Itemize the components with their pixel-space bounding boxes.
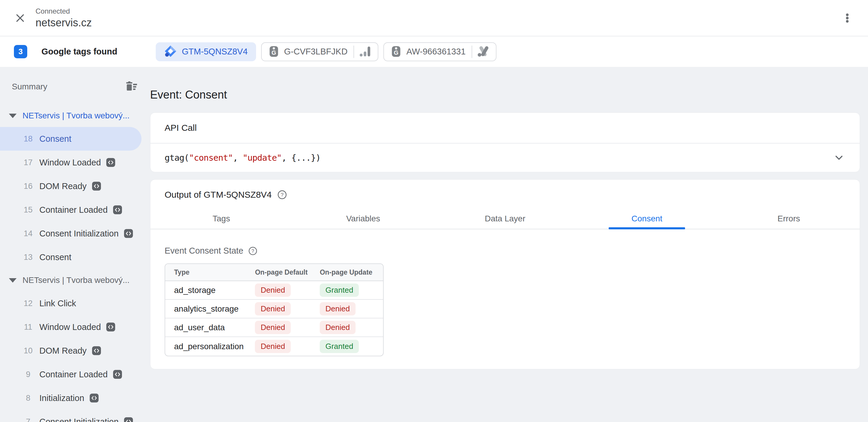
status-badge: Denied <box>255 284 290 297</box>
output-title: Output of GTM-5QNSZ8V4 <box>164 190 272 200</box>
tag-chip-gtm[interactable]: GTM-5QNSZ8V4 <box>156 42 256 61</box>
column-header: On-page Default <box>255 268 320 277</box>
event-label: Link Click <box>39 299 76 309</box>
svg-text:?: ? <box>281 192 283 198</box>
tag-manager-icon <box>164 45 177 59</box>
status-badge: Denied <box>255 340 290 353</box>
code-event-icon <box>113 370 122 379</box>
sidebar-item-event[interactable]: 15 Container Loaded <box>0 198 150 222</box>
table-row: ad_user_data Denied Denied <box>165 318 383 337</box>
api-call-code: gtag("consent", "update", {...}) <box>164 153 321 163</box>
tag-chip-id: GTM-5QNSZ8V4 <box>182 47 247 57</box>
consent-state-table: Type On-page Default On-page Update ad_s… <box>164 263 384 356</box>
status-badge: Denied <box>255 321 290 334</box>
column-header: On-page Update <box>320 268 383 277</box>
tab-active-indicator <box>609 227 685 229</box>
status-badge: Granted <box>320 284 359 297</box>
tag-chip-id: G-CVF3LBFJKD <box>284 47 347 57</box>
sidebar-item-event[interactable]: 13 Consent <box>0 245 150 269</box>
google-tags-bar: 3 Google tags found GTM-5QNSZ8V4 G <box>0 36 868 67</box>
connection-info: Connected netservis.cz <box>35 7 92 29</box>
event-number: 8 <box>22 394 35 403</box>
event-number: 15 <box>22 205 35 215</box>
code-event-icon <box>92 346 101 355</box>
event-number: 13 <box>22 253 35 262</box>
api-call-card: API Call gtag("consent", "update", {...}… <box>150 112 860 172</box>
event-label: Container Loaded <box>39 205 108 215</box>
event-label: Consent <box>39 253 71 262</box>
status-badge: Granted <box>320 340 359 353</box>
event-label: Window Loaded <box>39 158 101 167</box>
consent-type: ad_personalization <box>165 342 255 351</box>
output-card: Output of GTM-5QNSZ8V4 ? Tags Variables … <box>150 179 860 369</box>
consent-type: ad_user_data <box>165 323 255 332</box>
sidebar-item-event[interactable]: 12 Link Click <box>0 292 150 315</box>
api-call-title: API Call <box>164 123 196 133</box>
consent-type: analytics_storage <box>165 304 255 314</box>
top-header: Connected netservis.cz <box>0 0 868 36</box>
sidebar-item-event[interactable]: 17 Window Loaded <box>0 151 150 174</box>
tag-chip-ads[interactable]: G AW-966361331 <box>383 42 496 61</box>
group-label: NETservis | Tvorba webový... <box>23 275 130 285</box>
tab-tags[interactable]: Tags <box>150 208 292 229</box>
sidebar-item-event[interactable]: 7 Consent Initialization <box>0 410 150 422</box>
sidebar-item-event[interactable]: 11 Window Loaded <box>0 315 150 339</box>
consent-type: ad_storage <box>165 286 255 295</box>
help-icon[interactable]: ? <box>248 246 257 256</box>
help-icon[interactable]: ? <box>277 190 287 200</box>
connection-status: Connected <box>35 7 92 15</box>
sidebar-item-event[interactable]: 16 DOM Ready <box>0 174 150 198</box>
svg-text:G: G <box>394 50 399 56</box>
close-icon[interactable] <box>13 11 27 25</box>
svg-text:?: ? <box>252 248 254 253</box>
tags-count-badge: 3 <box>14 45 27 58</box>
sidebar-item-event[interactable]: 8 Initialization <box>0 386 150 410</box>
sidebar-item-event[interactable]: 14 Consent Initialization <box>0 222 150 245</box>
event-sidebar: Summary NETservis | Tvorba webový... 18 … <box>0 67 150 422</box>
event-label: Consent Initialization <box>39 417 119 422</box>
code-event-icon <box>106 323 115 331</box>
chevron-down-icon[interactable] <box>833 151 845 164</box>
sidebar-item-event[interactable]: 9 Container Loaded <box>0 362 150 386</box>
chip-divider <box>472 45 472 58</box>
sidebar-item-event[interactable]: 18 Consent <box>0 127 142 151</box>
event-label: Initialization <box>39 393 84 403</box>
google-ads-icon <box>477 45 489 59</box>
table-row: analytics_storage Denied Denied <box>165 300 383 318</box>
tab-variables[interactable]: Variables <box>292 208 434 229</box>
chip-divider <box>353 45 354 58</box>
code-event-icon <box>92 182 101 191</box>
event-label: DOM Ready <box>39 346 87 356</box>
code-event-icon <box>124 417 133 422</box>
tab-data-layer[interactable]: Data Layer <box>434 208 576 229</box>
event-number: 18 <box>22 134 35 143</box>
code-event-icon <box>113 205 122 214</box>
analytics-icon <box>359 45 371 59</box>
column-header: Type <box>165 268 255 277</box>
sidebar-item-summary[interactable]: Summary <box>0 78 150 96</box>
code-event-icon <box>124 229 133 238</box>
google-tag-icon: G <box>391 44 402 59</box>
tab-errors[interactable]: Errors <box>718 208 860 229</box>
output-tabs: Tags Variables Data Layer Consent Errors <box>150 208 860 229</box>
event-number: 12 <box>22 299 35 308</box>
tab-consent[interactable]: Consent <box>576 208 718 229</box>
event-number: 14 <box>22 229 35 238</box>
clear-list-icon[interactable] <box>125 80 139 93</box>
sidebar-group-header-1[interactable]: NETservis | Tvorba webový... <box>0 104 150 127</box>
page-title: Event: Consent <box>150 88 860 101</box>
event-number: 7 <box>22 417 35 422</box>
consent-state-heading: Event Consent State <box>164 246 243 256</box>
more-options-icon[interactable] <box>840 11 855 25</box>
sidebar-item-event[interactable]: 10 DOM Ready <box>0 339 150 362</box>
sidebar-group-header-2[interactable]: NETservis | Tvorba webový... <box>0 269 150 292</box>
tag-chip-analytics[interactable]: G G-CVF3LBFJKD <box>261 42 378 61</box>
event-label: DOM Ready <box>39 182 87 191</box>
event-label: Consent Initialization <box>39 229 119 238</box>
event-label: Container Loaded <box>39 369 108 379</box>
connected-site: netservis.cz <box>35 17 92 29</box>
event-number: 10 <box>22 346 35 355</box>
event-number: 9 <box>22 370 35 379</box>
event-number: 17 <box>22 158 35 167</box>
main-content: Event: Consent API Call gtag("consent", … <box>150 67 868 422</box>
